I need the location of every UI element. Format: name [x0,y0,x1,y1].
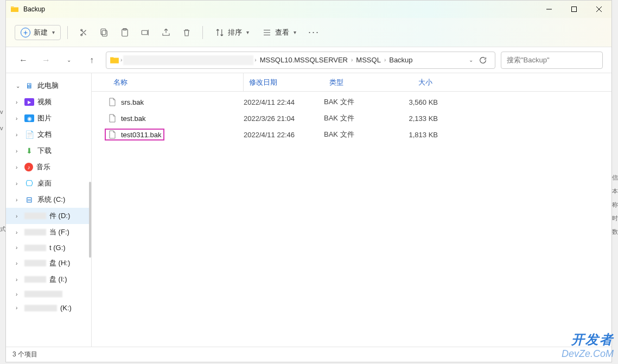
search-input[interactable] [507,56,598,64]
obscured [24,213,46,219]
forward-button[interactable]: → [37,52,55,69]
expand-icon[interactable]: › [16,99,21,105]
sidebar-label: 件 (D:) [49,211,70,221]
back-button[interactable]: ← [15,52,32,69]
expand-icon[interactable]: › [16,213,21,219]
refresh-icon[interactable] [479,56,487,65]
expand-icon[interactable]: › [16,148,21,154]
svg-rect-5 [101,29,106,35]
minimize-button[interactable] [537,1,562,18]
pc-icon: 🖥 [24,81,34,91]
file-row[interactable]: test.bak 2022/3/26 21:04 BAK 文件 2,133 KB [92,110,611,126]
sidebar-label: 音乐 [36,162,50,172]
sidebar: ⌄🖥此电脑 ›▶视频 ›◉图片 ›📄文档 ›⬇下载 ›♪音乐 ›🖵桌面 ›⊟系统… [6,73,92,347]
expand-icon[interactable]: › [16,116,21,122]
sidebar-music[interactable]: ›♪音乐 [6,159,91,175]
delete-button[interactable] [177,24,196,41]
edge-text: v [0,125,3,131]
svg-rect-8 [142,30,148,35]
sidebar-label: 当 (F:) [49,227,69,237]
file-icon [108,98,117,106]
file-row[interactable]: test0311.bak 2022/4/11 22:46 BAK 文件 1,81… [92,126,611,143]
status-bar: 3 个项目 [6,347,611,362]
sidebar-drive-c[interactable]: ›⊟系统 (C:) [6,191,91,208]
more-button[interactable]: ··· [304,23,324,41]
sidebar-label: 下载 [37,146,52,156]
sidebar-label: 图片 [37,113,52,123]
expand-icon[interactable]: › [16,260,21,266]
share-button[interactable] [157,24,175,41]
expand-icon[interactable]: › [16,132,21,138]
file-date: 2022/4/11 22:46 [244,131,324,139]
file-pane: 名称 修改日期 类型 大小 srs.bak 2022/4/11 22:44 BA… [92,73,611,347]
expand-icon[interactable]: › [16,181,21,187]
column-size[interactable]: 大小 [389,78,438,87]
rename-button[interactable] [136,24,155,41]
scrollbar[interactable] [89,182,91,258]
file-type: BAK 文件 [324,130,389,139]
address-bar[interactable]: › › MSSQL10.MSSQLSERVER › MSSQL › Backup… [106,52,495,69]
close-button[interactable] [587,1,611,18]
sidebar-label: t (G:) [49,244,66,252]
sidebar-drive-f[interactable]: ›当 (F:) [6,224,91,240]
recent-button[interactable]: ⌄ [60,52,78,69]
expand-icon[interactable]: › [16,197,21,203]
sort-icon [215,28,225,37]
expand-icon[interactable]: ⌄ [16,83,21,89]
sidebar-label: 盘 (H:) [49,258,70,268]
sidebar-documents[interactable]: ›📄文档 [6,126,91,143]
sidebar-downloads[interactable]: ›⬇下载 [6,143,91,159]
column-name[interactable]: 名称 [108,73,244,91]
expand-icon[interactable]: › [16,277,21,283]
column-type[interactable]: 类型 [324,78,389,87]
download-icon: ⬇ [24,146,34,156]
sidebar-drive-g[interactable]: ›t (G:) [6,240,91,255]
drive-icon: ⊟ [24,195,34,205]
new-button[interactable]: + 新建 ▾ [15,25,61,40]
expand-icon[interactable]: › [16,229,21,235]
edge-text: 本 [612,187,618,195]
breadcrumb-item[interactable]: MSSQL10.MSSQLSERVER [258,56,350,64]
expand-icon[interactable]: › [16,164,21,170]
chevron-down-icon: ▾ [52,29,55,35]
breadcrumb-item[interactable]: Backup [387,56,415,64]
expand-icon[interactable]: › [16,291,21,297]
sidebar-drive-d[interactable]: ›件 (D:) [6,208,91,224]
sidebar-drive-obscured[interactable]: › [6,288,91,301]
sidebar-desktop[interactable]: ›🖵桌面 [6,175,91,191]
explorer-window: Backup + 新建 ▾ 排序 ▾ 查看 ▾ ··· [5,0,612,362]
sidebar-drive-k[interactable]: ›(K:) [6,301,91,315]
view-button[interactable]: 查看 ▾ [257,24,302,41]
copy-button[interactable] [95,24,113,41]
cut-button[interactable] [74,24,93,41]
chevron-right-icon: › [120,57,122,63]
paste-button[interactable] [116,24,134,41]
file-list: srs.bak 2022/4/11 22:44 BAK 文件 3,560 KB … [92,92,611,347]
obscured [24,291,62,297]
desktop-icon: 🖵 [24,178,34,188]
chevron-down-icon: ▾ [294,29,296,35]
music-icon: ♪ [24,163,33,171]
breadcrumb-item[interactable]: MSSQL [354,56,383,64]
sidebar-drive-h[interactable]: ›盘 (H:) [6,255,91,271]
sidebar-videos[interactable]: ›▶视频 [6,94,91,110]
sort-button[interactable]: 排序 ▾ [209,24,254,41]
sidebar-this-pc[interactable]: ⌄🖥此电脑 [6,78,91,94]
expand-icon[interactable]: › [16,245,21,251]
edge-text: 称 [612,201,618,209]
column-date[interactable]: 修改日期 [244,78,324,87]
item-count: 3 个项目 [12,350,37,359]
up-button[interactable]: ↑ [83,52,100,69]
folder-icon [110,55,119,65]
file-row[interactable]: srs.bak 2022/4/11 22:44 BAK 文件 3,560 KB [92,94,611,110]
expand-icon[interactable]: › [16,305,21,311]
maximize-button[interactable] [562,1,587,18]
search-box[interactable] [501,52,603,69]
sidebar-drive-i[interactable]: ›盘 (I:) [6,271,91,288]
titlebar: Backup [6,1,611,18]
chevron-down-icon[interactable]: ⌄ [469,57,473,63]
chevron-down-icon: ▾ [246,29,249,35]
sidebar-label: 此电脑 [37,81,59,91]
obscured [24,260,46,266]
sidebar-pictures[interactable]: ›◉图片 [6,110,91,126]
